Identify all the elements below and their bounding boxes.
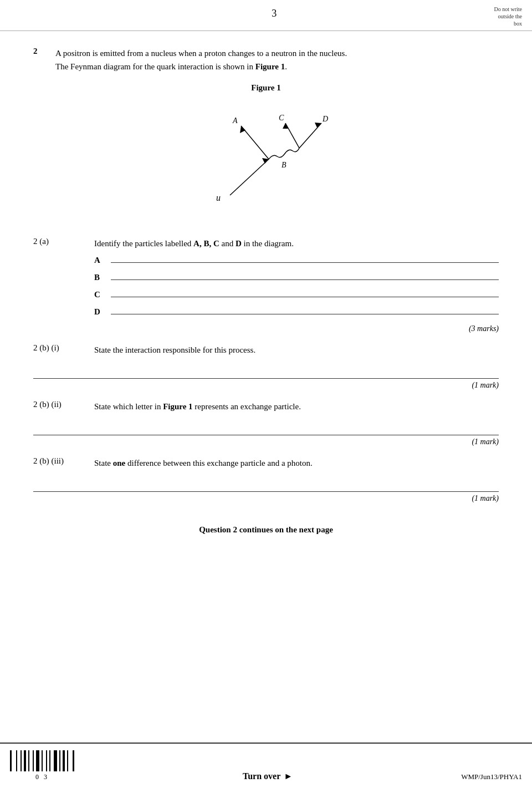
svg-line-10	[299, 123, 321, 148]
exam-page: 3 Do not writeoutside thebox 2 A positro…	[0, 0, 532, 788]
particle-c-dots	[111, 297, 499, 297]
part-a-row: 2 (a) Identify the particles labelled A,…	[33, 237, 499, 250]
turn-over-text: Turn over	[243, 771, 280, 781]
part-b-i-row: 2 (b) (i) State the interaction responsi…	[33, 343, 499, 357]
continues-notice: Question 2 continues on the next page	[33, 525, 499, 535]
question-intro: A positron is emitted from a nucleus whe…	[55, 47, 499, 73]
part-b-i-marks: (1 mark)	[33, 381, 499, 390]
svg-text:A: A	[232, 116, 238, 125]
particle-a-dots	[111, 262, 499, 263]
part-b-iii-marks: (1 mark)	[33, 494, 499, 503]
barcode-bars	[10, 749, 74, 771]
feynman-svg: u A B C	[183, 98, 349, 220]
figure-ref-bold: Figure 1	[255, 62, 285, 71]
page-number: 3	[54, 6, 494, 19]
part-b-ii-row: 2 (b) (ii) State which letter in Figure …	[33, 400, 499, 413]
turn-over-arrow: ►	[284, 771, 293, 781]
barcode: 0 3	[10, 749, 74, 781]
part-b-ii-text: State which letter in Figure 1 represent…	[94, 400, 499, 413]
part-b-ii-bold: Figure 1	[163, 402, 192, 411]
part-b-iii-bold: one	[113, 459, 126, 467]
particle-line-b: B	[94, 273, 499, 282]
part-b-ii-marks: (1 mark)	[33, 438, 499, 446]
svg-text:B: B	[282, 161, 287, 169]
bottom-bar: 0 3 Turn over ► WMP/Jun13/PHYA1	[0, 743, 532, 788]
particle-a-letter: A	[94, 256, 111, 265]
figure-label: Figure 1	[33, 83, 499, 93]
part-a-label: 2 (a)	[33, 237, 94, 246]
barcode-number: 0 3	[35, 773, 49, 781]
intro-text-1: A positron is emitted from a nucleus whe…	[55, 49, 347, 58]
part-a-marks: (3 marks)	[94, 324, 499, 333]
part-b-i-label: 2 (b) (i)	[33, 343, 94, 353]
particle-answers: A B C D	[94, 256, 499, 317]
part-a: 2 (a) Identify the particles labelled A,…	[33, 237, 499, 333]
part-b-i-text: State the interaction responsible for th…	[94, 343, 499, 357]
svg-text:C: C	[279, 114, 284, 122]
particle-line-d: D	[94, 307, 499, 317]
part-b-ii-label: 2 (b) (ii)	[33, 400, 94, 409]
part-b-iii-row: 2 (b) (iii) State one difference between…	[33, 456, 499, 470]
intro-text-2: The Feynman diagram for the quark intera…	[55, 62, 287, 71]
particle-b-dots	[111, 279, 499, 280]
part-b-i: 2 (b) (i) State the interaction responsi…	[33, 343, 499, 390]
question-number: 2	[33, 47, 55, 56]
do-not-write-notice: Do not writeoutside thebox	[494, 6, 522, 27]
part-a-bold-2: D	[236, 239, 242, 248]
part-b-iii: 2 (b) (iii) State one difference between…	[33, 456, 499, 503]
part-b-ii: 2 (b) (ii) State which letter in Figure …	[33, 400, 499, 446]
exam-code: WMP/Jun13/PHYA1	[461, 772, 522, 781]
svg-line-1	[230, 159, 269, 195]
main-content: 2 A positron is emitted from a nucleus w…	[0, 31, 532, 557]
part-a-text: Identify the particles labelled A, B, C …	[94, 237, 499, 250]
particle-line-c: C	[94, 290, 499, 299]
part-b-iii-text: State one difference between this exchan…	[94, 456, 499, 470]
particle-b-letter: B	[94, 273, 111, 282]
particle-line-a: A	[94, 256, 499, 265]
top-bar: 3 Do not writeoutside thebox	[0, 0, 532, 27]
svg-marker-2	[262, 158, 269, 164]
turn-over: Turn over ►	[243, 771, 293, 781]
svg-text:u: u	[216, 193, 221, 202]
svg-text:D: D	[322, 115, 328, 123]
part-b-ii-answer-line	[33, 422, 499, 435]
feynman-diagram: u A B C	[33, 98, 499, 220]
part-b-i-answer-line	[33, 365, 499, 379]
svg-line-7	[285, 123, 299, 148]
question-2-row: 2 A positron is emitted from a nucleus w…	[33, 47, 499, 73]
particle-d-letter: D	[94, 307, 111, 317]
svg-line-3	[241, 126, 269, 159]
part-a-bold-1: A, B, C	[193, 239, 219, 248]
particle-c-letter: C	[94, 290, 111, 299]
part-b-iii-label: 2 (b) (iii)	[33, 456, 94, 466]
svg-marker-4	[240, 126, 245, 133]
part-b-iii-answer-line	[33, 479, 499, 492]
particle-d-dots	[111, 314, 499, 314]
